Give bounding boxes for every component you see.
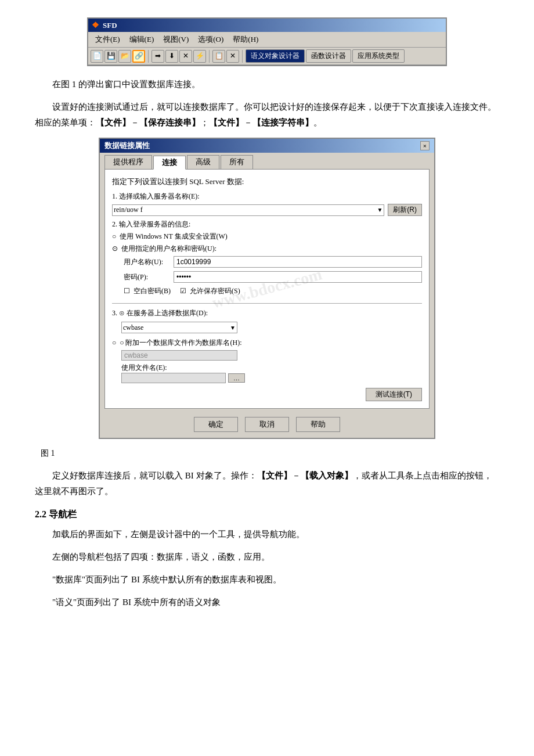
section-heading-nav: 2.2 导航栏 — [35, 509, 499, 521]
menu-ref-connect: 【连接字符串】 — [252, 118, 313, 127]
menu-edit[interactable]: 编辑(E) — [125, 33, 159, 46]
username-label: 用户名称(U): — [124, 257, 170, 267]
app-title: SFD — [103, 21, 117, 30]
toolbar-sep-2 — [209, 50, 210, 63]
menu-help[interactable]: 帮助(H) — [228, 33, 263, 46]
attach-db-label: ○ 附加一个数据库文件作为数据库名(H): — [120, 338, 241, 348]
toolbar-tab-semantic[interactable]: 语义对象设计器 — [246, 49, 305, 63]
app-window: ❖ SFD 文件(E) 编辑(E) 视图(V) 选项(O) 帮助(H) 📄 💾 … — [87, 17, 447, 66]
toolbar-btn-close[interactable]: ✕ — [179, 50, 192, 63]
toolbar-sep-1 — [148, 50, 149, 63]
step3-radio-db[interactable]: 3. ⊙ 在服务器上选择数据库(D): — [112, 308, 422, 318]
dialog-tab-provider[interactable]: 提供程序 — [104, 155, 152, 169]
credentials-section: 用户名称(U): 密码(P): ☐ 空白密码(B) ☑ — [124, 256, 422, 298]
radio-sql-auth[interactable]: ⊙ 使用指定的用户名称和密码(U): — [112, 244, 422, 254]
password-label: 密码(P): — [124, 272, 170, 282]
step3-section: 3. ⊙ 在服务器上选择数据库(D): cwbase ▼ ○ ○ 附加一个数据库… — [112, 308, 422, 401]
db-dropdown[interactable]: cwbase ▼ — [121, 322, 237, 333]
radio-sql-icon: ⊙ — [112, 244, 118, 253]
radio-group-auth: ○ 使用 Windows NT 集成安全设置(W) ⊙ 使用指定的用户名称和密码… — [112, 232, 422, 254]
toolbar-btn-arrow-right[interactable]: ➡ — [151, 50, 164, 63]
test-connection-button[interactable]: 测试连接(T) — [366, 388, 422, 401]
body-text-7: "语义"页面列出了 BI 系统中所有的语义对象 — [35, 595, 499, 610]
dialog-close-button[interactable]: × — [420, 141, 430, 150]
radio-windows-label: 使用 Windows NT 集成安全设置(W) — [120, 232, 228, 242]
attach-db-input — [121, 350, 237, 361]
dialog-tab-connection[interactable]: 连接 — [153, 156, 186, 170]
username-row: 用户名称(U): — [124, 256, 422, 268]
cancel-button[interactable]: 取消 — [245, 417, 289, 432]
toolbar-btn-copy[interactable]: 📋 — [212, 50, 225, 63]
app-menubar: 文件(E) 编辑(E) 视图(V) 选项(O) 帮助(H) — [88, 32, 446, 48]
blank-pwd-check-icon: ☐ — [124, 287, 130, 296]
attach-db-section: 使用文件名(E): … — [121, 350, 422, 383]
toolbar-btn-open[interactable]: 📂 — [118, 50, 131, 63]
blank-pwd-checkbox[interactable]: ☐ 空白密码(B) — [124, 286, 171, 296]
dialog-tab-advanced[interactable]: 高级 — [187, 155, 219, 169]
toolbar-btn-delete[interactable]: ✕ — [226, 50, 239, 63]
attach-radio-icon: ○ — [112, 339, 116, 347]
test-btn-row: 测试连接(T) — [112, 383, 422, 401]
divider — [112, 303, 422, 304]
menu-ref-file2: 【文件】 — [209, 118, 244, 127]
menu-file[interactable]: 文件(E) — [91, 33, 125, 46]
radio-sql-label: 使用指定的用户名称和密码(U): — [121, 244, 217, 254]
app-toolbar: 📄 💾 📂 🔗 ➡ ⬇ ✕ ⚡ 📋 ✕ 语义对象设计器 函数设计器 应用系统类型 — [88, 48, 446, 65]
pwd-options-row: ☐ 空白密码(B) ☑ 允许保存密码(S) — [124, 286, 422, 298]
figure-caption: 图 1 — [41, 448, 499, 459]
body-text-5: 左侧的导航栏包括了四项：数据库，语义，函数，应用。 — [35, 549, 499, 565]
menu-options[interactable]: 选项(O) — [193, 33, 228, 46]
dialog-tabs: 提供程序 连接 高级 所有 — [100, 153, 434, 169]
server-dropdown[interactable]: rein/uow f ▼ — [112, 204, 384, 216]
db-value: cwbase — [123, 323, 143, 332]
toolbar-tab-function[interactable]: 函数设计器 — [306, 49, 351, 63]
filename-label: 使用文件名(E): — [121, 363, 422, 373]
toolbar-tab-apptype[interactable]: 应用系统类型 — [352, 49, 405, 63]
menu-view[interactable]: 视图(V) — [158, 33, 193, 46]
password-row: 密码(P): — [124, 271, 422, 283]
toolbar-sep-3 — [242, 50, 243, 63]
body-text-3: 定义好数据库连接后，就可以载入 BI 对象了。操作：【文件】－【载入对象】，或者… — [35, 468, 499, 499]
dropdown-arrow-server: ▼ — [377, 207, 383, 213]
dropdown-arrow-db: ▼ — [230, 325, 236, 331]
step2-section: 2. 输入登录服务器的信息: ○ 使用 Windows NT 集成安全设置(W)… — [112, 219, 422, 298]
attach-db-radio[interactable]: ○ ○ 附加一个数据库文件作为数据库名(H): — [112, 338, 422, 348]
help-button[interactable]: 帮助 — [296, 417, 340, 432]
ref-file: 【文件】 — [257, 471, 292, 480]
dialog-tab-all[interactable]: 所有 — [221, 155, 253, 169]
db-dropdown-row: cwbase ▼ — [121, 322, 422, 333]
ref-load: 【载入对象】 — [301, 471, 353, 480]
radio-windows-auth[interactable]: ○ 使用 Windows NT 集成安全设置(W) — [112, 232, 422, 242]
step1-section: 1. 选择或输入服务器名称(E): rein/uow f ▼ 刷新(R) — [112, 192, 422, 216]
body-text-4: 加载后的界面如下，左侧是设计器中的一个工具，提供导航功能。 — [35, 527, 499, 542]
app-titlebar: ❖ SFD — [88, 19, 446, 32]
dialog-body: 指定下列设置以连接到 SQL Server 数据: 1. 选择或输入服务器名称(… — [104, 169, 430, 409]
username-input[interactable] — [174, 256, 422, 268]
filename-input — [121, 373, 226, 383]
refresh-button[interactable]: 刷新(R) — [388, 204, 422, 216]
ok-button[interactable]: 确定 — [194, 417, 238, 432]
radio-windows-icon: ○ — [112, 232, 116, 241]
step2-label: 2. 输入登录服务器的信息: — [112, 219, 422, 229]
server-value: rein/uow f — [114, 206, 143, 214]
toolbar-btn-arrow-down[interactable]: ⬇ — [165, 50, 178, 63]
intro-text-2: 设置好的连接测试通过后，就可以连接数据库了。你可以把设计好的连接保存起来，以便于… — [35, 99, 499, 131]
dialog-footer: 确定 取消 帮助 — [100, 413, 434, 438]
data-link-dialog: 数据链接属性 × 提供程序 连接 高级 所有 指定下列设置以连接到 SQL Se… — [99, 138, 435, 439]
toolbar-btn-lightning[interactable]: ⚡ — [193, 50, 206, 63]
save-pwd-check-icon: ☑ — [180, 287, 186, 296]
menu-ref-save: 【保存连接串】 — [139, 118, 200, 127]
toolbar-btn-save[interactable]: 💾 — [104, 50, 117, 63]
dialog-wrapper: 数据链接属性 × 提供程序 连接 高级 所有 指定下列设置以连接到 SQL Se… — [35, 138, 499, 439]
password-input[interactable] — [174, 271, 422, 283]
dialog-section-title: 指定下列设置以连接到 SQL Server 数据: — [112, 177, 422, 187]
browse-button[interactable]: … — [228, 373, 245, 383]
filename-row: … — [121, 373, 422, 383]
toolbar-btn-connect[interactable]: 🔗 — [132, 50, 145, 63]
app-icon: ❖ — [92, 20, 99, 30]
toolbar-btn-new[interactable]: 📄 — [91, 50, 103, 63]
intro-text-1: 在图 1 的弹出窗口中设置数据库连接。 — [35, 77, 499, 92]
save-pwd-checkbox[interactable]: ☑ 允许保存密码(S) — [180, 286, 240, 296]
body-text-6: "数据库"页面列出了 BI 系统中默认所有的数据库表和视图。 — [35, 572, 499, 588]
blank-pwd-label: 空白密码(B) — [134, 286, 171, 296]
